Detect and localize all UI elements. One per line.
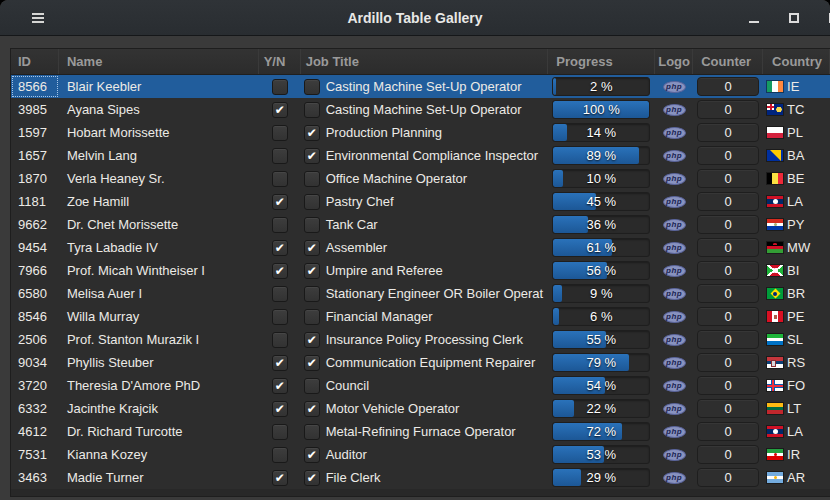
counter-spinbutton[interactable]: 0 [697, 376, 759, 395]
table-row[interactable]: 6332 Jacinthe Krajcik ✔ ✔ Motor Vehicle … [11, 397, 830, 420]
column-header-country[interactable]: Country [763, 49, 830, 74]
yn-checkbox[interactable] [272, 332, 288, 348]
progress-cell: 2 % [548, 75, 655, 98]
php-logo-icon: php [663, 380, 686, 392]
yn-checkbox[interactable] [272, 309, 288, 325]
yn-checkbox[interactable] [272, 125, 288, 141]
yn-checkbox[interactable]: ✔ [272, 355, 288, 371]
maximize-button[interactable] [786, 10, 802, 26]
column-header-id[interactable]: ID [11, 49, 59, 74]
job-checkbox[interactable]: ✔ [304, 355, 320, 371]
table-row[interactable]: 9034 Phyllis Steuber ✔ ✔ Communication E… [11, 351, 830, 374]
job-cell: ✔ Auditor [301, 443, 549, 466]
yn-checkbox[interactable]: ✔ [272, 240, 288, 256]
counter-spinbutton[interactable]: 0 [697, 123, 759, 142]
counter-spinbutton[interactable]: 0 [697, 261, 759, 280]
column-header-yn[interactable]: Y/N [259, 49, 301, 74]
php-logo-icon: php [663, 127, 686, 139]
table-row[interactable]: 9454 Tyra Labadie IV ✔ ✔ Assembler 61 % … [11, 236, 830, 259]
yn-checkbox[interactable]: ✔ [272, 102, 288, 118]
table-row[interactable]: 7966 Prof. Micah Wintheiser I ✔ ✔ Umpire… [11, 259, 830, 282]
counter-spinbutton[interactable]: 0 [697, 77, 759, 96]
column-header-job[interactable]: Job Title [301, 49, 549, 74]
name-cell: Prof. Stanton Murazik I [59, 328, 259, 351]
column-header-logo[interactable]: Logo [655, 49, 693, 74]
country-code-label: PE [787, 309, 804, 324]
counter-spinbutton[interactable]: 0 [697, 399, 759, 418]
job-checkbox[interactable]: ✔ [304, 240, 320, 256]
country-cell: BA [763, 144, 830, 167]
counter-spinbutton[interactable]: 0 [697, 422, 759, 441]
yn-checkbox[interactable] [272, 424, 288, 440]
counter-spinbutton[interactable]: 0 [697, 100, 759, 119]
id-cell: 1181 [11, 190, 59, 213]
job-checkbox[interactable]: ✔ [304, 401, 320, 417]
job-checkbox[interactable]: ✔ [304, 447, 320, 463]
counter-spinbutton[interactable]: 0 [697, 238, 759, 257]
yn-checkbox[interactable] [272, 171, 288, 187]
table-row[interactable]: 1597 Hobart Morissette ✔ Production Plan… [11, 121, 830, 144]
country-cell: PY [763, 213, 830, 236]
table-row[interactable]: 1181 Zoe Hamill ✔ Pastry Chef 45 % php 0… [11, 190, 830, 213]
counter-spinbutton[interactable]: 0 [697, 353, 759, 372]
yn-checkbox[interactable]: ✔ [272, 263, 288, 279]
yn-checkbox[interactable]: ✔ [272, 401, 288, 417]
table-row[interactable]: 8546 Willa Murray Financial Manager 6 % … [11, 305, 830, 328]
counter-spinbutton[interactable]: 0 [697, 146, 759, 165]
country-flag-icon [767, 472, 783, 483]
yn-checkbox[interactable] [272, 286, 288, 302]
job-checkbox[interactable]: ✔ [304, 125, 320, 141]
progress-bar: 61 % [552, 238, 650, 257]
table-row[interactable]: 4612 Dr. Richard Turcotte Metal-Refining… [11, 420, 830, 443]
yn-cell: ✔ [259, 397, 301, 420]
table-row[interactable]: 1870 Verla Heaney Sr. Office Machine Ope… [11, 167, 830, 190]
table-row[interactable]: 3720 Theresia D'Amore PhD ✔ Council 54 %… [11, 374, 830, 397]
table-row[interactable]: 3985 Ayana Sipes ✔ Casting Machine Set-U… [11, 98, 830, 121]
yn-checkbox[interactable] [272, 148, 288, 164]
counter-spinbutton[interactable]: 0 [697, 330, 759, 349]
table-row[interactable]: 1657 Melvin Lang ✔ Environmental Complia… [11, 144, 830, 167]
job-checkbox[interactable] [304, 194, 320, 210]
job-checkbox[interactable]: ✔ [304, 148, 320, 164]
column-header-counter[interactable]: Counter [693, 49, 763, 74]
job-checkbox[interactable] [304, 102, 320, 118]
table-row[interactable]: 8566 Blair Keebler Casting Machine Set-U… [11, 75, 830, 98]
yn-checkbox[interactable] [272, 447, 288, 463]
close-button[interactable] [826, 10, 830, 26]
counter-spinbutton[interactable]: 0 [697, 215, 759, 234]
table-row[interactable]: 2506 Prof. Stanton Murazik I ✔ Insurance… [11, 328, 830, 351]
name-cell: Theresia D'Amore PhD [59, 374, 259, 397]
column-header-name[interactable]: Name [59, 49, 259, 74]
table-row[interactable]: 9662 Dr. Chet Morissette Tank Car 36 % p… [11, 213, 830, 236]
column-header-progress[interactable]: Progress [548, 49, 655, 74]
job-checkbox[interactable] [304, 378, 320, 394]
job-checkbox[interactable] [304, 171, 320, 187]
yn-checkbox[interactable] [272, 217, 288, 233]
job-checkbox[interactable] [304, 79, 320, 95]
job-checkbox[interactable]: ✔ [304, 263, 320, 279]
progress-bar: 54 % [552, 376, 650, 395]
job-checkbox[interactable] [304, 309, 320, 325]
yn-checkbox[interactable]: ✔ [272, 470, 288, 486]
table-row[interactable]: 6580 Melisa Auer I Stationary Engineer O… [11, 282, 830, 305]
counter-spinbutton[interactable]: 0 [697, 307, 759, 326]
job-cell: Office Machine Operator [301, 167, 549, 190]
job-checkbox[interactable]: ✔ [304, 332, 320, 348]
counter-spinbutton[interactable]: 0 [697, 169, 759, 188]
yn-checkbox[interactable] [272, 79, 288, 95]
job-checkbox[interactable] [304, 217, 320, 233]
yn-checkbox[interactable]: ✔ [272, 378, 288, 394]
job-checkbox[interactable]: ✔ [304, 470, 320, 486]
counter-spinbutton[interactable]: 0 [697, 445, 759, 464]
job-checkbox[interactable] [304, 286, 320, 302]
counter-spinbutton[interactable]: 0 [697, 192, 759, 211]
table-row[interactable]: 3463 Madie Turner ✔ ✔ File Clerk 29 % ph… [11, 466, 830, 489]
php-logo-icon: php [663, 242, 686, 254]
yn-checkbox[interactable]: ✔ [272, 194, 288, 210]
counter-spinbutton[interactable]: 0 [697, 468, 759, 487]
job-checkbox[interactable] [304, 424, 320, 440]
minimize-button[interactable] [746, 10, 762, 26]
table-row[interactable]: 7531 Kianna Kozey ✔ Auditor 53 % php 0 I… [11, 443, 830, 466]
yn-cell [259, 121, 301, 144]
counter-spinbutton[interactable]: 0 [697, 284, 759, 303]
